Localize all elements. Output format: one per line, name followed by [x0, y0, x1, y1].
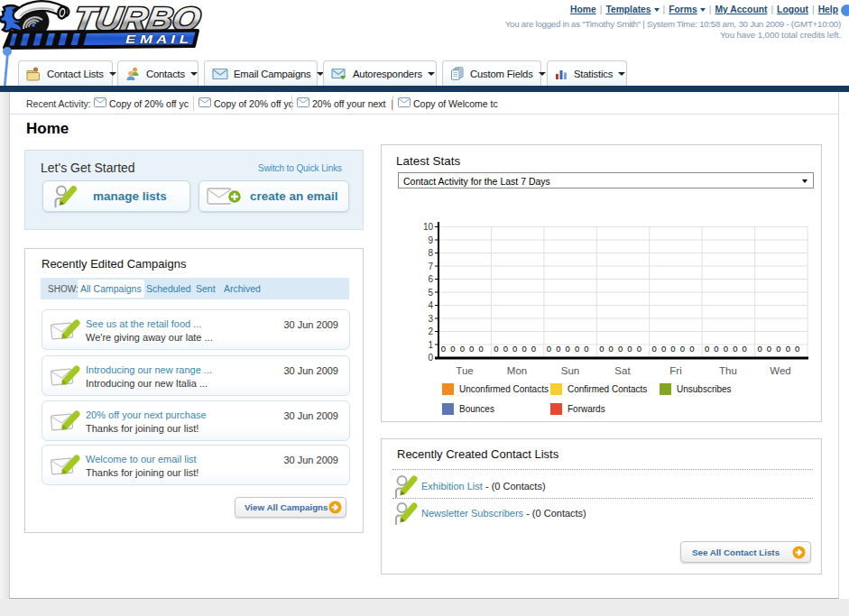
svg-text:0: 0	[618, 344, 623, 354]
svg-text:0: 0	[637, 344, 641, 354]
svg-text:0: 0	[494, 344, 498, 354]
svg-text:Forwards: Forwards	[568, 404, 605, 414]
svg-text:5: 5	[428, 288, 433, 298]
svg-text:6: 6	[428, 274, 433, 284]
svg-text:0: 0	[584, 344, 588, 354]
svg-text:Wed: Wed	[770, 365, 790, 376]
svg-text:0: 0	[652, 344, 657, 354]
svg-text:0: 0	[680, 344, 685, 354]
svg-text:0: 0	[441, 344, 446, 354]
svg-text:0: 0	[609, 344, 614, 354]
svg-text:0: 0	[661, 344, 666, 354]
svg-text:0: 0	[566, 344, 570, 354]
svg-text:0: 0	[724, 344, 728, 354]
svg-text:0: 0	[767, 344, 771, 354]
svg-text:Sun: Sun	[561, 365, 579, 376]
svg-text:0: 0	[795, 344, 799, 354]
svg-text:0: 0	[733, 344, 737, 354]
svg-text:0: 0	[521, 344, 526, 354]
svg-text:E M A I L: E M A I L	[125, 32, 189, 46]
svg-text:0: 0	[428, 353, 433, 363]
svg-text:0: 0	[743, 344, 747, 354]
svg-text:Fri: Fri	[669, 365, 681, 376]
svg-text:Tue: Tue	[456, 365, 473, 376]
svg-text:7: 7	[428, 262, 433, 271]
svg-text:0: 0	[512, 344, 517, 354]
svg-text:0: 0	[786, 344, 790, 354]
svg-text:0: 0	[670, 344, 675, 354]
svg-text:9: 9	[428, 235, 433, 245]
svg-text:3: 3	[428, 314, 433, 324]
svg-text:Bounces: Bounces	[459, 404, 494, 414]
svg-text:Mon: Mon	[507, 365, 527, 376]
svg-text:Unsubscribes: Unsubscribes	[677, 384, 732, 394]
svg-text:Thu: Thu	[719, 365, 737, 376]
svg-text:Sat: Sat	[614, 365, 631, 376]
svg-text:0: 0	[627, 344, 632, 354]
svg-text:0: 0	[575, 344, 579, 354]
svg-text:0: 0	[547, 344, 551, 354]
svg-text:0: 0	[478, 344, 483, 354]
svg-text:0: 0	[776, 344, 780, 354]
svg-text:10: 10	[423, 222, 434, 232]
svg-text:0: 0	[757, 344, 761, 354]
svg-text:4: 4	[428, 300, 433, 310]
svg-text:0: 0	[450, 344, 455, 354]
svg-text:0: 0	[705, 344, 709, 354]
svg-text:0: 0	[599, 344, 604, 354]
svg-text:Unconfirmed Contacts: Unconfirmed Contacts	[459, 384, 549, 394]
svg-text:Confirmed Contacts: Confirmed Contacts	[568, 384, 647, 394]
svg-text:8: 8	[428, 248, 433, 258]
svg-text:0: 0	[503, 344, 508, 354]
svg-text:0: 0	[714, 344, 718, 354]
svg-text:0: 0	[460, 344, 465, 354]
svg-text:2: 2	[428, 326, 433, 336]
svg-text:0: 0	[689, 344, 694, 354]
svg-text:0: 0	[556, 344, 560, 354]
svg-text:0: 0	[531, 344, 536, 354]
svg-text:1: 1	[428, 340, 433, 350]
svg-text:0: 0	[469, 344, 474, 354]
